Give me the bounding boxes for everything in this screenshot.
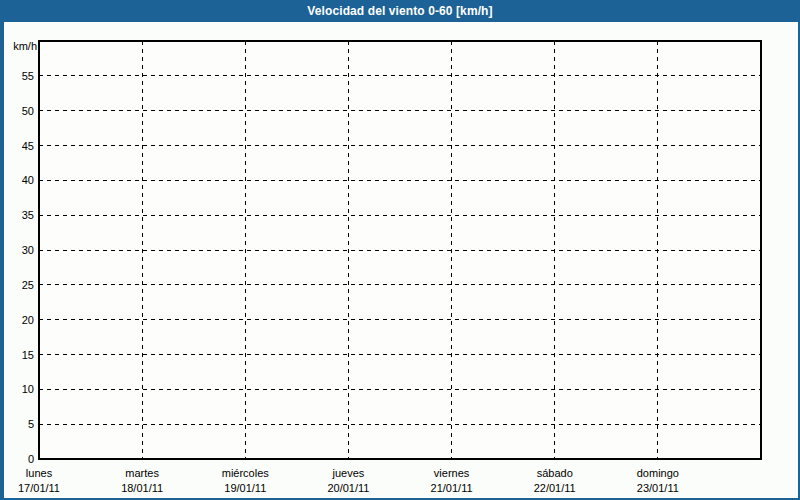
day-date: 18/01/11 (90, 481, 194, 496)
x-day-label: viernes21/01/11 (400, 466, 504, 496)
wind-speed-chart-plot-area (0, 0, 800, 500)
day-name: sábado (503, 466, 607, 481)
y-tick-label: 45 (4, 139, 34, 153)
x-day-label: martes18/01/11 (90, 466, 194, 496)
day-name: miércoles (193, 466, 297, 481)
y-tick-label: 10 (4, 382, 34, 396)
y-tick-label: 50 (4, 104, 34, 118)
y-tick-label: 30 (4, 243, 34, 257)
y-axis-unit-label: km/h (4, 40, 37, 53)
day-name: domingo (606, 466, 710, 481)
day-date: 21/01/11 (400, 481, 504, 496)
day-name: martes (90, 466, 194, 481)
day-date: 17/01/11 (0, 481, 91, 496)
x-day-label: domingo23/01/11 (606, 466, 710, 496)
y-tick-label: 55 (4, 69, 34, 83)
y-tick-label: 0 (4, 452, 34, 466)
day-name: jueves (296, 466, 400, 481)
y-tick-label: 20 (4, 313, 34, 327)
day-name: lunes (0, 466, 91, 481)
x-day-label: lunes17/01/11 (0, 466, 91, 496)
y-tick-label: 35 (4, 208, 34, 222)
y-tick-label: 15 (4, 348, 34, 362)
day-date: 20/01/11 (296, 481, 400, 496)
y-tick-label: 5 (4, 417, 34, 431)
day-name: viernes (400, 466, 504, 481)
x-day-label: jueves20/01/11 (296, 466, 400, 496)
day-date: 19/01/11 (193, 481, 297, 496)
x-day-label: sábado22/01/11 (503, 466, 607, 496)
y-tick-label: 25 (4, 278, 34, 292)
day-date: 22/01/11 (503, 481, 607, 496)
x-day-label: miércoles19/01/11 (193, 466, 297, 496)
day-date: 23/01/11 (606, 481, 710, 496)
y-tick-label: 40 (4, 173, 34, 187)
